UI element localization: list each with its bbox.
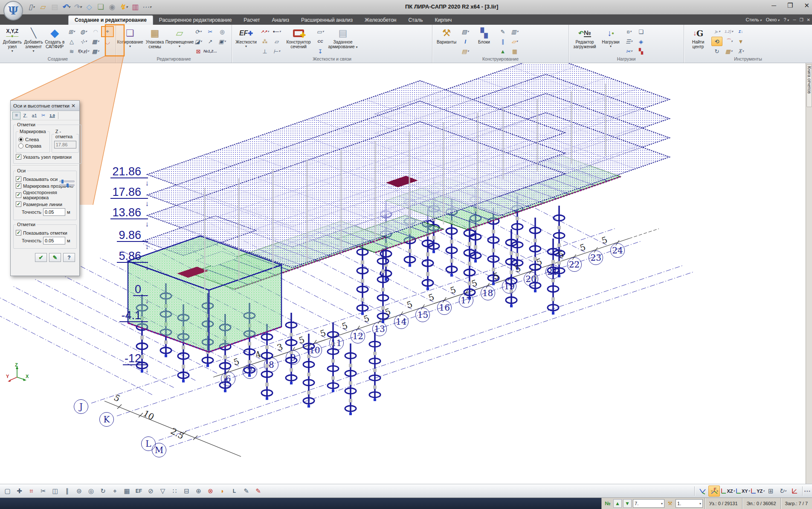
column-grid-icon[interactable]: ▥▾ xyxy=(509,27,520,36)
display-filter-button[interactable]: ▽ xyxy=(157,486,168,497)
apply-button[interactable]: ✔ xyxy=(35,253,47,262)
radio-left[interactable]: Слева xyxy=(18,137,47,142)
tab-steel[interactable]: Сталь xyxy=(402,16,429,25)
frame-generator-icon[interactable]: ⊞▾ xyxy=(66,27,77,36)
load-case-editor-button[interactable]: ↶№ Редактор загружений xyxy=(571,26,599,55)
specified-reinforcement-button[interactable]: ▤ Заданное армирование ▾ xyxy=(327,26,359,55)
brush-apply-button[interactable]: ✎ xyxy=(49,253,61,262)
concrete-cube-icon[interactable]: ▧▾ xyxy=(460,27,471,36)
snapshot-button[interactable]: ◉ xyxy=(107,1,117,12)
minimize-button[interactable]: ─ xyxy=(771,2,776,9)
cylinder-generator-icon[interactable]: ◍▾ xyxy=(78,27,89,36)
zoom-select-icon[interactable]: ◎ xyxy=(217,27,228,36)
show-restraints-button[interactable]: ⊘ xyxy=(145,486,157,497)
select-elements-button[interactable]: ⊟ xyxy=(181,486,192,497)
weight-icon[interactable]: ¤▾ xyxy=(624,27,635,36)
cut-loads-icon[interactable]: ✂▾ xyxy=(624,47,635,56)
checkbox-icon[interactable] xyxy=(16,192,21,198)
tab-create-edit[interactable]: Создание и редактирование xyxy=(68,15,153,25)
load-arrows-icon[interactable]: ↗↗▾ xyxy=(259,27,270,36)
mdi-close-button[interactable]: ✕ xyxy=(807,17,810,22)
create-in-sapfir-button[interactable]: ◆ Создать в САПФИР xyxy=(44,26,65,55)
z-mark-field[interactable] xyxy=(54,141,76,148)
show-marks-checkbox[interactable]: Показывать отметки xyxy=(16,230,74,236)
help-menu[interactable]: ?▾ xyxy=(783,17,789,22)
plate-move-icon[interactable]: ⊹▾ xyxy=(78,37,89,46)
new-file-button[interactable]: ▯▾ xyxy=(26,1,37,12)
run-analysis-button[interactable]: ↯▾ xyxy=(119,1,129,12)
split-panes-button[interactable]: ∥ xyxy=(61,486,73,497)
rotate-icon[interactable]: ⟳▾ xyxy=(193,27,204,36)
isometric-view-button[interactable] xyxy=(696,486,708,497)
dashed-grid-icon[interactable]: ▩▾ xyxy=(90,47,101,56)
view-number-combo[interactable]: 7.▾ xyxy=(633,499,664,508)
masonry-icon[interactable]: ▤▾ xyxy=(460,47,471,56)
renumber-icon[interactable]: №1,2… xyxy=(205,47,216,56)
loads-button[interactable]: ↓● Нагрузки▾ xyxy=(599,26,623,55)
zoom-in-button[interactable]: ⊕ xyxy=(193,486,204,497)
pencil-edit-button[interactable]: ✎ xyxy=(241,486,252,497)
dynamic-load-icon[interactable]: ◈ xyxy=(635,37,647,46)
app-logo-icon[interactable]: Ψ xyxy=(3,1,23,20)
dialog-close-icon[interactable]: ✕ xyxy=(70,103,77,109)
help-button[interactable]: ? xyxy=(63,253,75,262)
truss-generator-icon[interactable]: △ xyxy=(66,37,77,46)
section-designer-button[interactable]: ✚ Конструктор сечений xyxy=(283,26,314,55)
variants-button[interactable]: ⚒ Варианты xyxy=(434,26,459,55)
slider-track[interactable] xyxy=(59,184,75,186)
refresh-secondary-icon[interactable]: ↻ xyxy=(711,47,722,56)
crane-load-icon[interactable]: ⊥ xyxy=(259,47,270,56)
slider-thumb[interactable] xyxy=(67,183,69,187)
window-menu[interactable]: Окно▾ xyxy=(766,17,780,22)
steel-ibeam-icon[interactable]: I xyxy=(460,37,471,46)
dialog-tab-axes-icon[interactable]: ⌗ xyxy=(12,112,20,119)
axes-precision-field[interactable] xyxy=(43,208,65,216)
insert-fragment-icon[interactable]: ▣▾ xyxy=(217,37,228,46)
add-node-triangle-icon[interactable]: ▲ xyxy=(497,47,508,56)
elastic-supports-icon[interactable]: ⁂ xyxy=(259,37,270,46)
dialog-title-bar[interactable]: Оси и высотные отметки ✕ xyxy=(11,101,79,111)
results-button[interactable]: ▥ xyxy=(130,1,140,12)
tab-brick[interactable]: Кирпич xyxy=(429,16,458,25)
anchor-node-checkbox[interactable]: Указать узел привязки xyxy=(16,154,79,160)
resize-icon[interactable]: ↗ xyxy=(205,37,216,46)
3d-view-button[interactable]: ◇ xyxy=(84,1,94,12)
section-frame-icon[interactable]: ▭▾ xyxy=(315,27,326,36)
open-file-button[interactable]: ▱ xyxy=(38,1,48,12)
joint-icon[interactable]: ⊢▾ xyxy=(271,47,282,56)
checkbox-icon[interactable] xyxy=(16,176,21,182)
loadcase-combo[interactable]: 1.▾ xyxy=(676,499,703,508)
pan-view-button[interactable]: ✚ xyxy=(14,486,25,497)
axes-and-marks-icon[interactable]: ⌖ xyxy=(102,27,113,36)
save-button[interactable]: ▤ xyxy=(49,1,60,12)
viewport-3d[interactable]: 21.86↓17.86↓13.86↓9.86↓5.86↓0↓-4.1↓-12↓6… xyxy=(0,63,812,484)
stiffness-button[interactable]: EF✚ Жесткости▾ xyxy=(234,26,258,55)
pack-model-button[interactable]: ▦ Упаковка схемы xyxy=(142,26,167,55)
free-axes-button[interactable] xyxy=(789,486,800,497)
dialog-tab-precision-icon[interactable]: 1.0 xyxy=(48,112,56,119)
redo-button[interactable]: ↷▾ xyxy=(72,1,83,12)
spectrum-icon[interactable]: ▚ xyxy=(635,47,647,56)
mirror-icon[interactable]: ◪▾ xyxy=(193,37,204,46)
flashlight-button[interactable]: ◗ xyxy=(217,486,228,497)
influence-lines-icon[interactable]: ⌒▾ xyxy=(723,37,734,46)
erase-icon[interactable]: ⊠ xyxy=(193,47,204,56)
next-loadcase-button[interactable]: ▼ xyxy=(623,499,632,508)
arc-generator-icon[interactable]: ◡ xyxy=(102,37,113,46)
pencil-add-icon[interactable]: ✎ xyxy=(497,27,508,36)
checkbox-icon[interactable] xyxy=(16,230,21,236)
copy-loads-icon[interactable]: ❏ xyxy=(635,27,647,36)
pen-red-button[interactable]: ✎ xyxy=(252,486,264,497)
radio-icon[interactable] xyxy=(18,143,23,148)
fragment-red-button[interactable]: ⌗ xyxy=(26,486,37,497)
slider-thumb[interactable] xyxy=(61,180,64,183)
plate-element-icon[interactable]: ▱ xyxy=(271,37,282,46)
dialog-tab-cut-icon[interactable]: ✂ xyxy=(39,112,47,119)
rod-hinge-icon[interactable]: ●—▾ xyxy=(271,27,282,36)
tab-analysis[interactable]: Анализ xyxy=(266,16,296,25)
mirror-panes-button[interactable]: ◫ xyxy=(49,486,61,497)
checkbox-icon[interactable] xyxy=(16,201,21,207)
style-menu[interactable]: Стиль▾ xyxy=(746,17,762,22)
tab-advanced-analysis[interactable]: Расширенный анализ xyxy=(295,16,359,25)
tab-reinforced-concrete[interactable]: Железобетон xyxy=(359,16,402,25)
